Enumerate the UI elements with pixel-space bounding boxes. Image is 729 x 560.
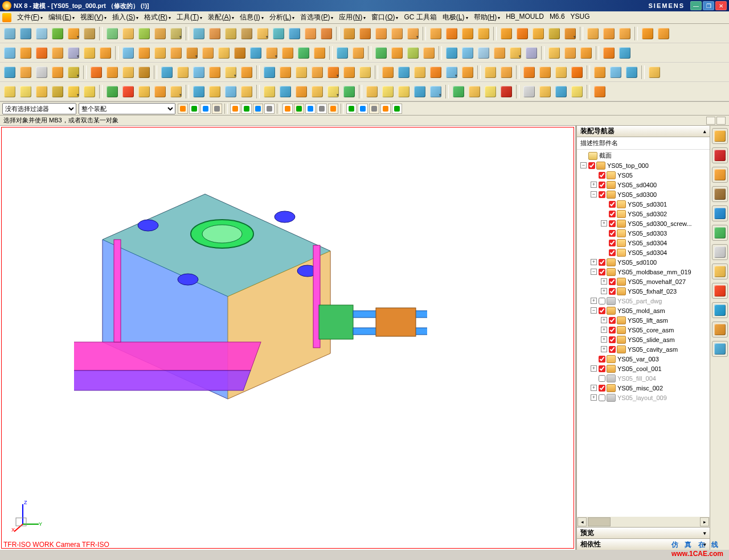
toolbar-button[interactable] bbox=[191, 65, 206, 80]
toolbar-button[interactable] bbox=[617, 26, 632, 41]
resource-button[interactable] bbox=[712, 167, 728, 183]
tree-checkbox[interactable] bbox=[599, 375, 605, 382]
toolbar-button[interactable] bbox=[396, 65, 411, 80]
toolbar-button[interactable] bbox=[262, 84, 277, 99]
toolbar-button[interactable] bbox=[207, 65, 222, 80]
toolbar-button[interactable] bbox=[34, 84, 49, 99]
toolbar-button[interactable] bbox=[412, 84, 427, 99]
toolbar-button[interactable] bbox=[105, 26, 120, 41]
toolbar-button[interactable] bbox=[483, 84, 498, 99]
toolbar-button[interactable] bbox=[66, 26, 81, 41]
toolbar-button[interactable] bbox=[390, 46, 404, 60]
tree-node[interactable]: YS05_sd0304 bbox=[577, 248, 710, 257]
tree-node[interactable]: +YS05_sd0100 bbox=[577, 257, 710, 267]
selection-filter-button[interactable] bbox=[317, 104, 327, 114]
tree-hscroll[interactable]: ◂▸ bbox=[577, 517, 710, 527]
filter-select[interactable]: 没有选择过滤器 bbox=[2, 103, 76, 114]
toolbar-button[interactable] bbox=[239, 26, 254, 41]
tree-node[interactable]: −YS05_mold_asm bbox=[577, 306, 710, 315]
toolbar-button[interactable] bbox=[647, 65, 662, 80]
toolbar-button[interactable] bbox=[169, 46, 183, 60]
tree-expander-icon[interactable]: − bbox=[580, 162, 587, 168]
resource-button[interactable] bbox=[712, 205, 728, 221]
toolbar-button[interactable] bbox=[207, 26, 222, 41]
tree-checkbox[interactable] bbox=[609, 249, 616, 256]
menu-item[interactable]: 工具(T) bbox=[174, 11, 204, 23]
tree-node[interactable]: YS05 bbox=[577, 170, 710, 180]
toolbar-button[interactable] bbox=[390, 26, 404, 41]
toolbar-button[interactable] bbox=[121, 84, 136, 99]
toolbar-button[interactable] bbox=[444, 26, 459, 41]
tree-checkbox[interactable] bbox=[609, 220, 616, 227]
selection-filter-button[interactable] bbox=[369, 104, 379, 114]
tree-checkbox[interactable] bbox=[609, 240, 616, 246]
selection-filter-button[interactable] bbox=[178, 104, 188, 114]
toolbar-button[interactable] bbox=[547, 26, 562, 41]
toolbar-button[interactable] bbox=[294, 65, 309, 80]
toolbar-button[interactable] bbox=[499, 65, 514, 80]
tree-expander-icon[interactable]: + bbox=[601, 220, 607, 227]
maximize-button[interactable]: ❐ bbox=[703, 1, 714, 10]
resource-button[interactable] bbox=[712, 186, 728, 202]
menu-item[interactable]: 格式(R) bbox=[142, 11, 173, 23]
tree-checkbox[interactable] bbox=[599, 259, 605, 266]
toolbar-button[interactable] bbox=[137, 26, 151, 41]
tree-checkbox[interactable] bbox=[609, 230, 616, 237]
resource-button[interactable] bbox=[712, 225, 728, 241]
tree-checkbox[interactable] bbox=[609, 327, 616, 333]
menu-item[interactable]: 首选项(P) bbox=[298, 11, 335, 23]
toolbar-button[interactable] bbox=[239, 65, 254, 80]
tree-node[interactable]: YS05_sd0303 bbox=[577, 228, 710, 238]
tree-checkbox[interactable] bbox=[609, 288, 616, 295]
selection-filter-button[interactable] bbox=[282, 104, 293, 114]
selection-filter-button[interactable] bbox=[253, 104, 263, 114]
status-btn[interactable] bbox=[716, 117, 726, 125]
tree-node[interactable]: −YS05_top_000 bbox=[577, 160, 710, 170]
resource-button[interactable] bbox=[712, 128, 728, 144]
toolbar-button[interactable] bbox=[374, 26, 388, 41]
toolbar-button[interactable] bbox=[326, 84, 341, 99]
toolbar-button[interactable] bbox=[137, 65, 151, 80]
toolbar-button[interactable] bbox=[294, 84, 309, 99]
viewport[interactable]: Z Y X TFR-ISO WORK Camera TFR-ISO bbox=[0, 126, 576, 550]
tree-node[interactable]: YS05_var_003 bbox=[577, 354, 710, 364]
toolbar-button[interactable] bbox=[592, 84, 607, 99]
tree-expander-icon[interactable]: + bbox=[601, 278, 607, 285]
tree-node[interactable]: +YS05_lift_asm bbox=[577, 315, 710, 325]
toolbar-button[interactable] bbox=[508, 46, 523, 60]
toolbar-button[interactable] bbox=[312, 46, 327, 60]
selection-filter-button[interactable] bbox=[189, 104, 199, 114]
toolbar-button[interactable] bbox=[579, 46, 593, 60]
tree-node[interactable]: 截面 bbox=[577, 151, 710, 160]
toolbar-button[interactable] bbox=[18, 65, 33, 80]
tree-checkbox[interactable] bbox=[609, 346, 616, 353]
tree-checkbox[interactable] bbox=[609, 336, 616, 343]
tree-expander-icon[interactable]: − bbox=[591, 191, 597, 197]
toolbar-button[interactable] bbox=[248, 46, 263, 60]
toolbar-button[interactable] bbox=[364, 84, 379, 99]
selection-filter-button[interactable] bbox=[380, 104, 391, 114]
toolbar-button[interactable] bbox=[656, 26, 671, 41]
toolbar-button[interactable] bbox=[121, 65, 136, 80]
toolbar-button[interactable] bbox=[640, 26, 655, 41]
menu-item[interactable]: 文件(F) bbox=[15, 11, 45, 23]
toolbar-button[interactable] bbox=[223, 65, 238, 80]
toolbar-button[interactable] bbox=[98, 46, 113, 60]
toolbar-button[interactable] bbox=[200, 46, 215, 60]
toolbar-button[interactable] bbox=[262, 65, 277, 80]
tree-checkbox[interactable] bbox=[599, 365, 605, 372]
toolbar-button[interactable] bbox=[296, 46, 311, 60]
toolbar-button[interactable] bbox=[342, 26, 357, 41]
tree-checkbox[interactable] bbox=[599, 191, 605, 198]
menu-item[interactable]: 帮助(H) bbox=[472, 11, 503, 23]
selection-filter-button[interactable] bbox=[346, 104, 357, 114]
toolbar-button[interactable] bbox=[207, 84, 222, 99]
toolbar-button[interactable] bbox=[412, 65, 427, 80]
tree-expander-icon[interactable]: + bbox=[601, 288, 607, 294]
status-btn[interactable] bbox=[706, 117, 715, 125]
resource-button[interactable] bbox=[712, 244, 728, 260]
toolbar-button[interactable] bbox=[105, 84, 120, 99]
tree-checkbox[interactable] bbox=[599, 394, 605, 401]
resource-button[interactable] bbox=[712, 147, 728, 163]
toolbar-button[interactable] bbox=[522, 65, 536, 80]
